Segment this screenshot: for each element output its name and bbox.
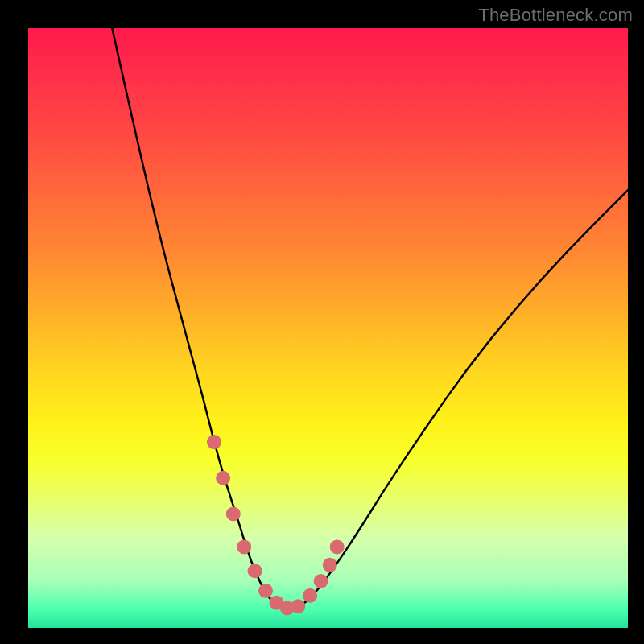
watermark-text: TheBottleneck.com xyxy=(478,5,633,26)
bottleneck-curve xyxy=(112,28,628,610)
highlight-dot xyxy=(258,584,273,598)
highlight-dot xyxy=(207,435,221,449)
highlight-dot xyxy=(216,471,230,485)
highlight-dot xyxy=(237,539,251,554)
highlight-dot xyxy=(291,599,305,613)
highlight-dot xyxy=(226,506,241,521)
plot-area xyxy=(28,28,628,628)
chart-frame: TheBottleneck.com xyxy=(0,0,644,644)
highlight-dot xyxy=(303,588,317,603)
highlight-dot xyxy=(330,539,345,554)
highlight-markers xyxy=(207,435,345,615)
highlight-dot xyxy=(314,574,328,588)
highlight-dot xyxy=(248,564,262,578)
curve-svg xyxy=(28,28,628,628)
highlight-dot xyxy=(323,558,337,572)
